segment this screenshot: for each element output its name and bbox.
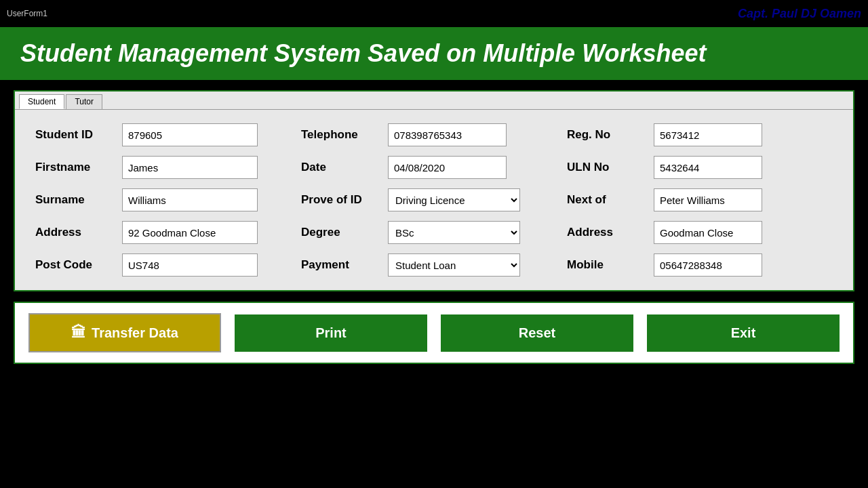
transfer-data-button[interactable]: 🏛 Transfer Data — [28, 313, 221, 352]
form-grid: Student ID Firstname Surname Address Pos… — [35, 123, 833, 277]
surname-row: Surname — [35, 188, 301, 211]
author-label: Capt. Paul DJ Oamen — [738, 7, 861, 21]
next-of-input[interactable] — [654, 188, 762, 211]
reg-no-input[interactable] — [654, 123, 762, 146]
degree-row: Degree BSc MSc PhD BA MA — [301, 221, 567, 244]
address-input[interactable] — [122, 221, 258, 244]
uln-no-label: ULN No — [567, 161, 648, 174]
main-panel: Student Tutor Student ID Firstname Surna… — [14, 90, 854, 291]
mobile-row: Mobile — [567, 253, 833, 277]
prove-id-select[interactable]: Driving Licence Passport National ID — [388, 188, 520, 211]
header-banner: Student Management System Saved on Multi… — [0, 27, 868, 80]
transfer-icon: 🏛 — [71, 324, 86, 342]
form-col-2: Telephone Date Prove of ID Driving Licen… — [301, 123, 567, 277]
tab-tutor[interactable]: Tutor — [66, 94, 102, 109]
next-of-row: Next of — [567, 188, 833, 211]
student-id-input[interactable] — [122, 123, 258, 146]
date-label: Date — [301, 161, 382, 174]
form-area: Student ID Firstname Surname Address Pos… — [15, 110, 853, 290]
exit-button[interactable]: Exit — [647, 314, 840, 352]
postcode-row: Post Code — [35, 253, 301, 277]
form-name: UserForm1 — [7, 9, 47, 18]
telephone-row: Telephone — [301, 123, 567, 146]
postcode-label: Post Code — [35, 258, 117, 272]
date-input[interactable] — [388, 156, 507, 179]
reset-button[interactable]: Reset — [441, 314, 633, 352]
payment-row: Payment Student Loan Self-funded Scholar… — [301, 253, 567, 277]
print-button[interactable]: Print — [235, 314, 427, 352]
reg-no-row: Reg. No — [567, 123, 833, 146]
nok-address-row: Address — [567, 221, 833, 244]
nok-address-input[interactable] — [654, 221, 762, 244]
telephone-input[interactable] — [388, 123, 507, 146]
reg-no-label: Reg. No — [567, 128, 648, 142]
tab-student[interactable]: Student — [19, 94, 64, 109]
form-col-1: Student ID Firstname Surname Address Pos… — [35, 123, 301, 277]
postcode-input[interactable] — [122, 253, 258, 277]
mobile-label: Mobile — [567, 258, 648, 272]
mobile-input[interactable] — [654, 253, 762, 277]
tab-bar: Student Tutor — [15, 92, 853, 110]
button-bar: 🏛 Transfer Data Print Reset Exit — [14, 302, 854, 364]
student-id-row: Student ID — [35, 123, 301, 146]
uln-no-input[interactable] — [654, 156, 762, 179]
page-title: Student Management System Saved on Multi… — [20, 39, 848, 68]
payment-label: Payment — [301, 258, 382, 272]
prove-id-label: Prove of ID — [301, 193, 382, 207]
degree-label: Degree — [301, 226, 382, 239]
form-col-3: Reg. No ULN No Next of Address Mobile — [567, 123, 833, 277]
uln-no-row: ULN No — [567, 156, 833, 179]
telephone-label: Telephone — [301, 128, 382, 142]
student-id-label: Student ID — [35, 128, 117, 142]
degree-select[interactable]: BSc MSc PhD BA MA — [388, 221, 520, 244]
nok-address-label: Address — [567, 226, 648, 239]
firstname-label: Firstname — [35, 161, 117, 174]
address-row: Address — [35, 221, 301, 244]
top-bar: UserForm1 Capt. Paul DJ Oamen — [0, 0, 868, 27]
address-label: Address — [35, 226, 117, 239]
surname-input[interactable] — [122, 188, 258, 211]
firstname-input[interactable] — [122, 156, 258, 179]
prove-id-row: Prove of ID Driving Licence Passport Nat… — [301, 188, 567, 211]
firstname-row: Firstname — [35, 156, 301, 179]
surname-label: Surname — [35, 193, 117, 207]
next-of-label: Next of — [567, 193, 648, 207]
payment-select[interactable]: Student Loan Self-funded Scholarship — [388, 253, 520, 277]
date-row: Date — [301, 156, 567, 179]
